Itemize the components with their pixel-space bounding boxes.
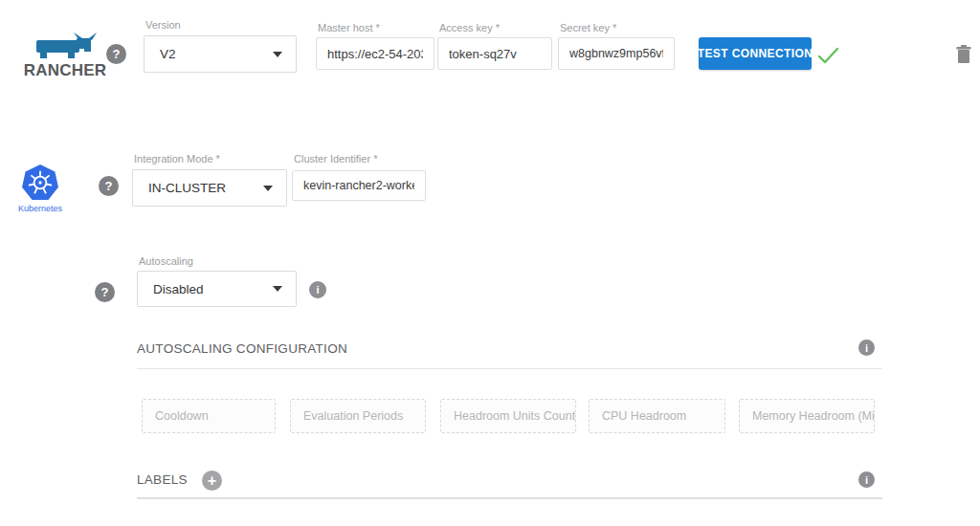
connection-success-check-icon — [817, 47, 840, 66]
autoscaling-value: Disabled — [153, 282, 204, 296]
section-divider — [137, 497, 882, 499]
evaluation-periods-field[interactable]: Evaluation Periods — [290, 399, 426, 433]
cpu-headroom-field[interactable]: CPU Headroom — [589, 399, 725, 433]
master-host-label: Master host * — [318, 22, 380, 33]
chevron-down-icon — [273, 286, 282, 292]
rancher-help-icon[interactable]: ? — [106, 44, 126, 64]
memory-headroom-placeholder: Memory Headroom (MiB) — [752, 409, 875, 423]
add-label-button[interactable]: + — [202, 471, 222, 491]
access-key-input[interactable] — [437, 37, 552, 70]
memory-headroom-field[interactable]: Memory Headroom (MiB) — [739, 399, 875, 433]
test-connection-button[interactable]: TEST CONNECTION — [699, 37, 812, 70]
chevron-down-icon — [263, 186, 273, 191]
version-select[interactable]: V2 — [144, 35, 297, 73]
secret-key-input[interactable] — [558, 37, 675, 70]
autoscaling-configuration-info-icon[interactable]: i — [858, 340, 875, 356]
kubernetes-logo: Kubernetes — [11, 164, 69, 213]
autoscaling-label: Autoscaling — [139, 255, 193, 267]
access-key-label: Access key * — [439, 22, 500, 33]
section-divider — [137, 368, 882, 369]
rancher-logo: RANCHER — [21, 32, 109, 80]
headroom-units-count-field[interactable]: Headroom Units Count — [440, 399, 576, 433]
kubernetes-help-icon[interactable]: ? — [99, 176, 119, 196]
cluster-identifier-label: Cluster Identifier * — [294, 153, 377, 164]
labels-title: LABELS — [137, 472, 188, 487]
cluster-identifier-input[interactable] — [292, 170, 426, 201]
secret-key-label: Secret key * — [560, 22, 616, 33]
integration-mode-value: IN-CLUSTER — [148, 181, 226, 195]
headroom-units-count-placeholder: Headroom Units Count — [454, 409, 575, 423]
integration-mode-select[interactable]: IN-CLUSTER — [132, 169, 287, 207]
autoscaling-configuration-title: AUTOSCALING CONFIGURATION — [137, 341, 347, 356]
kubernetes-helm-icon — [20, 164, 60, 202]
autoscaling-help-icon[interactable]: ? — [95, 282, 115, 302]
kubernetes-logo-text: Kubernetes — [11, 204, 69, 213]
autoscaling-select[interactable]: Disabled — [137, 271, 297, 307]
cpu-headroom-placeholder: CPU Headroom — [602, 409, 686, 423]
master-host-input[interactable] — [316, 37, 434, 70]
rancher-logo-text: RANCHER — [21, 61, 109, 80]
integration-mode-label: Integration Mode * — [134, 153, 220, 164]
cooldown-field[interactable]: Cooldown — [142, 399, 276, 433]
version-value: V2 — [160, 47, 176, 61]
version-label: Version — [145, 19, 181, 31]
cooldown-placeholder: Cooldown — [155, 409, 209, 423]
chevron-down-icon — [273, 52, 282, 57]
integration-settings-page: RANCHER ? Version V2 Master host * Acces… — [0, 0, 980, 526]
autoscaling-info-icon[interactable]: i — [309, 281, 326, 298]
evaluation-periods-placeholder: Evaluation Periods — [303, 409, 403, 423]
labels-info-icon[interactable]: i — [858, 471, 875, 488]
rancher-bull-icon — [33, 32, 97, 59]
delete-integration-trash-icon[interactable] — [955, 44, 972, 65]
